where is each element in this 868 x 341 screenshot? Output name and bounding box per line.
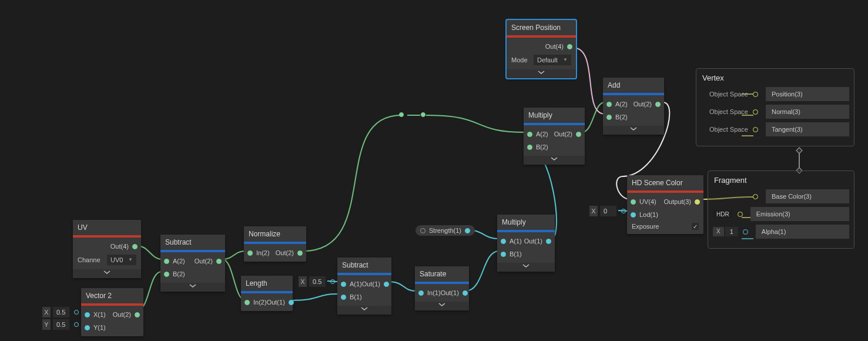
float-input-y[interactable]: Y 0.5 — [42, 319, 79, 330]
expand-chevron[interactable] — [497, 263, 555, 272]
port-out[interactable] — [465, 228, 470, 233]
port-x[interactable] — [85, 312, 90, 317]
property-strength[interactable]: Strength(1) — [415, 225, 475, 236]
node-multiply-lower[interactable]: Multiply A(1) Out(1) B(1) — [497, 215, 555, 272]
port-emission[interactable] — [738, 212, 743, 217]
expand-chevron[interactable] — [507, 69, 576, 78]
exposure-checkbox[interactable]: ✓ — [692, 223, 699, 230]
port-y[interactable] — [85, 325, 90, 330]
port-a[interactable] — [527, 132, 532, 137]
port-out[interactable] — [655, 102, 661, 107]
port-b[interactable] — [527, 145, 532, 150]
master-link — [799, 151, 800, 170]
screen-position-mode-dropdown[interactable]: Default▼ — [534, 55, 571, 65]
port-in[interactable] — [247, 250, 253, 256]
port-out[interactable] — [384, 282, 389, 287]
port-out[interactable] — [567, 44, 572, 49]
port-out[interactable] — [74, 310, 79, 315]
expand-chevron[interactable] — [73, 269, 141, 278]
port-lod[interactable] — [631, 212, 636, 218]
port-in[interactable] — [244, 300, 250, 305]
node-vector2[interactable]: Vector 2 X(1) Out(2) Y(1) — [81, 288, 143, 336]
port-a[interactable] — [164, 259, 169, 264]
master-vertex[interactable]: Vertex Object Space Position(3) Object S… — [696, 68, 854, 146]
port-out[interactable] — [216, 259, 222, 264]
port-base-color[interactable] — [753, 194, 758, 199]
expand-chevron[interactable] — [524, 156, 585, 165]
node-uv[interactable]: UV Out(4) Channe UV0▼ — [73, 220, 141, 278]
port-out[interactable] — [463, 290, 468, 296]
port-a[interactable] — [606, 102, 612, 107]
port-b[interactable] — [341, 295, 346, 300]
port-out[interactable] — [330, 279, 335, 284]
port-out[interactable] — [74, 322, 79, 327]
node-length[interactable]: Length In(2) Out(1) — [241, 276, 293, 311]
node-multiply-upper[interactable]: Multiply A(2) Out(2) B(2) — [524, 108, 585, 165]
port-out[interactable] — [135, 312, 140, 317]
relay-port[interactable] — [421, 112, 425, 117]
relay-port[interactable] — [399, 112, 404, 117]
port-in[interactable] — [418, 290, 424, 296]
node-subtract-1[interactable]: Subtract A(2) Out(2) B(2) — [160, 235, 225, 292]
port-out[interactable] — [132, 244, 138, 249]
port-b[interactable] — [606, 115, 612, 120]
port-normal[interactable] — [753, 109, 758, 115]
port-out[interactable] — [289, 300, 294, 305]
node-title: UV — [73, 220, 141, 235]
node-normalize[interactable]: Normalize In(2) Out(2) — [244, 226, 306, 262]
node-add[interactable]: Add A(2) Out(2) B(2) — [603, 78, 664, 135]
port-out[interactable] — [297, 250, 303, 256]
expand-chevron[interactable] — [160, 283, 225, 292]
port-a[interactable] — [341, 282, 346, 287]
port-b[interactable] — [501, 252, 506, 257]
port-uv[interactable] — [631, 199, 636, 205]
expand-chevron[interactable] — [415, 302, 469, 310]
port-out[interactable] — [621, 209, 626, 213]
master-fragment[interactable]: Fragment Base Color(3) HDR Emission(3) X… — [708, 170, 854, 249]
node-subtract-2[interactable]: Subtract A(1) Out(1) B(1) — [337, 258, 391, 315]
port-a[interactable] — [501, 239, 506, 244]
node-hd-scene-color[interactable]: HD Scene Color UV(4) Output(3) Lod(1) Ex… — [627, 175, 703, 234]
node-title: Vector 2 — [81, 288, 143, 303]
port-out[interactable] — [546, 239, 551, 244]
uv-channel-dropdown[interactable]: UV0▼ — [107, 255, 136, 265]
float-input-subtract2-a[interactable]: X 0.5 — [299, 276, 335, 287]
port-alpha[interactable] — [743, 229, 748, 235]
port-b[interactable] — [164, 272, 169, 277]
port-position[interactable] — [753, 92, 758, 97]
dot-icon — [420, 228, 425, 233]
port-out[interactable] — [576, 132, 581, 137]
float-input-hdscene-lod[interactable]: X 0 — [589, 206, 626, 216]
node-saturate[interactable]: Saturate In(1) Out(1) — [415, 266, 469, 310]
node-screen-position[interactable]: Screen Position Out(4) Mode Default▼ — [507, 20, 576, 78]
expand-chevron[interactable] — [603, 126, 664, 135]
expand-chevron[interactable] — [337, 306, 391, 315]
port-out[interactable] — [695, 199, 700, 205]
port-tangent[interactable] — [753, 127, 758, 132]
float-input-x[interactable]: X 0.5 — [42, 307, 79, 317]
